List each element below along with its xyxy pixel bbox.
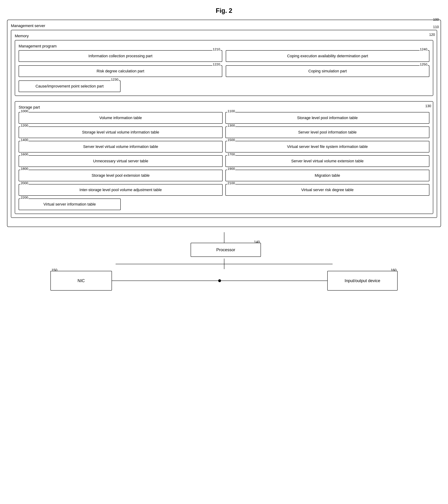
- server-virt-ext-label: Server level virtual volume extension ta…: [291, 159, 363, 163]
- ref-1900: 1900: [227, 167, 235, 171]
- ref-2000: 2000: [20, 181, 28, 185]
- io-device-box: 160 Input/output device: [327, 271, 397, 290]
- ref-1240: 1240: [420, 47, 428, 51]
- virt-server-risk-label: Virtual server risk degree table: [301, 188, 354, 192]
- ref-160: 160: [391, 268, 396, 272]
- storage-pool-ext-label: Storage level pool extension table: [91, 173, 149, 178]
- ref-1200: 1200: [20, 124, 28, 127]
- server-virt-vol-label: Server level virtual volume information …: [83, 144, 158, 149]
- volume-info-label: Volume information table: [99, 116, 142, 120]
- server-pool-info-table: 1300 Server level pool information table: [225, 126, 429, 138]
- storage-virt-vol-table: 1200 Storage level virtual volume inform…: [19, 126, 223, 138]
- ref-1800: 1800: [20, 167, 28, 171]
- coping-sim-item: 1250 Coping simulation part: [226, 65, 429, 77]
- ref-1250: 1250: [420, 63, 428, 66]
- storage-pool-info-label: Storage level pool information table: [297, 116, 358, 120]
- ref-1400: 1400: [20, 138, 28, 142]
- info-collection-label: Information collection processing part: [88, 54, 152, 58]
- inter-storage-table: 2000 Inter-storage level pool volume adj…: [19, 184, 223, 196]
- ref-1210: 1210: [212, 47, 220, 51]
- virt-server-fs-table: 1500 Virtual server level file system in…: [225, 141, 429, 152]
- ref-130: 130: [425, 104, 431, 108]
- volume-info-table: 1000 Volume information table: [19, 112, 223, 124]
- coping-exec-label: Coping execution availability determinat…: [287, 54, 368, 58]
- ref-1500: 1500: [227, 138, 235, 142]
- migration-label: Migration table: [315, 173, 340, 178]
- memory-container: Memory 120 Management program 1210 Infor…: [11, 30, 437, 218]
- processor-box: 140 Processor: [191, 243, 261, 257]
- ref-1230: 1230: [110, 78, 119, 82]
- storage-part-container: Storage part 130 1000 Volume information…: [15, 101, 433, 214]
- management-program-label: Management program: [19, 44, 429, 49]
- coping-exec-item: 1240 Coping execution availability deter…: [226, 50, 429, 62]
- storage-pool-ext-table: 1800 Storage level pool extension table: [19, 170, 223, 181]
- risk-degree-label: Risk degree calculation part: [97, 69, 144, 73]
- nic-box: 150 NIC: [51, 271, 112, 290]
- cause-improvement-item: 1230 Cause/improvement point selection p…: [19, 80, 121, 92]
- ref-1700: 1700: [227, 152, 235, 156]
- unnecessary-virt-label: Unnecessary virtual server table: [93, 159, 148, 163]
- io-device-label: Input/output device: [345, 278, 380, 283]
- ref-100: 100: [433, 18, 439, 22]
- ref-1100: 1100: [227, 109, 235, 113]
- ref-140: 140: [254, 240, 260, 244]
- migration-table: 1900 Migration table: [225, 170, 429, 181]
- ref-1000: 1000: [20, 109, 28, 113]
- storage-part-label: Storage part: [19, 105, 429, 110]
- server-pool-info-label: Server level pool information table: [298, 130, 357, 134]
- risk-degree-item: 1220 Risk degree calculation part: [19, 65, 222, 77]
- ref-150: 150: [52, 268, 57, 272]
- memory-label: Memory: [15, 34, 433, 38]
- processor-label: Processor: [216, 247, 235, 252]
- virt-server-info-table: 2200 Virtual server information table: [19, 198, 121, 210]
- page-title: Fig. 2: [7, 7, 441, 14]
- storage-virt-vol-label: Storage level virtual volume information…: [82, 130, 159, 134]
- virt-server-fs-label: Virtual server level file system informa…: [287, 144, 368, 149]
- virt-server-info-label: Virtual server information table: [43, 202, 96, 206]
- info-collection-item: 1210 Information collection processing p…: [19, 50, 222, 62]
- cause-improvement-label: Cause/improvement point selection part: [36, 84, 104, 88]
- nic-label: NIC: [77, 278, 85, 283]
- virt-server-risk-table: 2100 Virtual server risk degree table: [225, 184, 429, 196]
- management-server-label: Management server: [11, 23, 437, 28]
- server-virt-ext-table: 1700 Server level virtual volume extensi…: [225, 155, 429, 167]
- ref-1220: 1220: [212, 63, 220, 66]
- management-program-container: Management program 1210 Information coll…: [15, 40, 433, 96]
- unnecessary-virt-table: 1600 Unnecessary virtual server table: [19, 155, 223, 167]
- coping-sim-label: Coping simulation part: [308, 69, 347, 73]
- ref-1300: 1300: [227, 124, 235, 127]
- server-virt-vol-table: 1400 Server level virtual volume informa…: [19, 141, 223, 152]
- inter-storage-label: Inter-storage level pool volume adjustme…: [79, 188, 162, 192]
- ref-2100: 2100: [227, 181, 235, 185]
- ref-1600: 1600: [20, 152, 28, 156]
- ref-2200: 2200: [20, 196, 28, 199]
- ref-110: 110: [433, 25, 439, 29]
- management-server-container: 100 Management server 110 Memory 120 Man…: [7, 20, 441, 227]
- ref-120: 120: [429, 33, 435, 37]
- storage-pool-info-table: 1100 Storage level pool information tabl…: [225, 112, 429, 124]
